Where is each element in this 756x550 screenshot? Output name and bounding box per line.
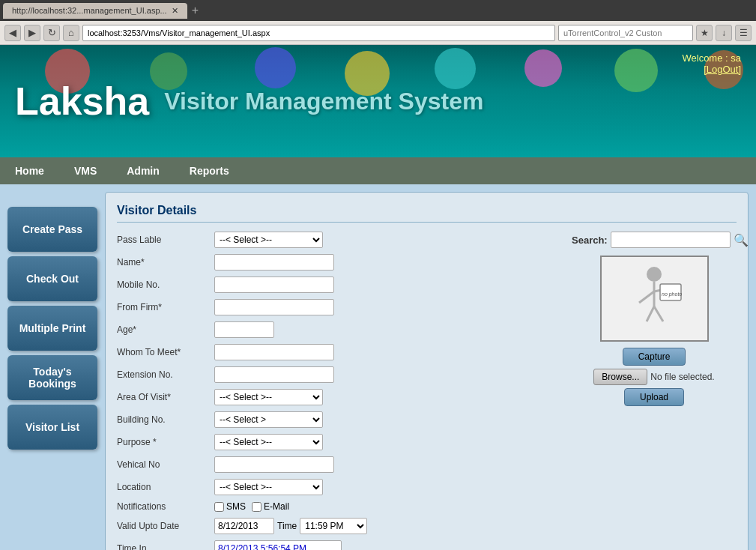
main-content: Create Pass Check Out Multiple Print Tod… bbox=[0, 184, 756, 550]
url-bar[interactable] bbox=[82, 25, 555, 41]
name-input[interactable] bbox=[214, 254, 334, 271]
area-of-visit-select[interactable]: --< Select >-- bbox=[214, 389, 323, 405]
tab-close-icon[interactable]: ✕ bbox=[172, 6, 178, 16]
whom-to-meet-input[interactable] bbox=[214, 344, 334, 360]
bookmark-button[interactable]: ★ bbox=[696, 25, 713, 41]
extension-row: Extension No. bbox=[117, 366, 557, 383]
app-subtitle: Visitor Management System bbox=[164, 88, 483, 115]
extension-label: Extension No. bbox=[117, 369, 214, 380]
vehicle-row: Vehical No bbox=[117, 456, 557, 473]
valid-date-input[interactable] bbox=[214, 518, 274, 534]
building-select[interactable]: --< Select > bbox=[214, 411, 323, 428]
app-header: Laksha Visitor Management System Welcome… bbox=[0, 45, 756, 157]
building-label: Building No. bbox=[117, 414, 214, 425]
nav-home[interactable]: Home bbox=[0, 157, 59, 184]
menu-button[interactable]: ☰ bbox=[735, 25, 752, 41]
form-fields: Pass Lable --< Select >-- Name* Mobile N… bbox=[117, 232, 557, 550]
valid-upto-label: Valid Upto Date bbox=[117, 521, 214, 531]
notifications-label: Notifications bbox=[117, 501, 214, 512]
age-input[interactable] bbox=[214, 321, 274, 338]
area-of-visit-label: Area Of Visit* bbox=[117, 392, 214, 402]
time-in-row: Time In bbox=[117, 540, 557, 550]
browse-button[interactable]: Browse... bbox=[593, 369, 647, 385]
check-out-button[interactable]: Check Out bbox=[7, 256, 97, 301]
browser-toolbar: ◀ ▶ ↻ ⌂ ★ ↓ ☰ bbox=[0, 21, 756, 45]
whom-to-meet-label: Whom To Meet* bbox=[117, 347, 214, 357]
svg-line-5 bbox=[654, 306, 663, 321]
sms-label: SMS bbox=[226, 501, 246, 512]
pass-label-row: Pass Lable --< Select >-- bbox=[117, 232, 557, 248]
building-row: Building No. --< Select > bbox=[117, 411, 557, 428]
search-input[interactable] bbox=[611, 232, 731, 248]
svg-line-2 bbox=[639, 291, 654, 303]
location-label: Location bbox=[117, 482, 214, 492]
tab-title: http://localhost:32...management_UI.asp.… bbox=[12, 6, 167, 15]
multiple-print-button[interactable]: Multiple Print bbox=[7, 306, 97, 351]
extension-input[interactable] bbox=[214, 366, 334, 383]
no-photo-svg: no photo bbox=[624, 265, 684, 333]
user-info: Welcome : sa [LogOut] bbox=[682, 52, 741, 75]
vehicle-label: Vehical No bbox=[117, 459, 214, 470]
purpose-row: Purpose * --< Select >-- bbox=[117, 434, 557, 450]
mobile-row: Mobile No. bbox=[117, 276, 557, 293]
location-select[interactable]: --< Select >-- bbox=[214, 479, 323, 495]
svg-text:no photo: no photo bbox=[662, 291, 682, 297]
sms-checkbox-label[interactable]: SMS bbox=[214, 501, 246, 512]
no-file-text: No file selected. bbox=[650, 372, 714, 382]
download-button[interactable]: ↓ bbox=[716, 25, 732, 41]
create-pass-button[interactable]: Create Pass bbox=[7, 207, 97, 252]
purpose-label: Purpose * bbox=[117, 437, 214, 447]
logout-link[interactable]: [LogOut] bbox=[704, 64, 741, 75]
email-checkbox-label[interactable]: E-Mail bbox=[252, 501, 289, 512]
sidebar: Create Pass Check Out Multiple Print Tod… bbox=[7, 192, 97, 550]
nav-admin[interactable]: Admin bbox=[112, 157, 175, 184]
forward-button[interactable]: ▶ bbox=[24, 25, 40, 41]
from-firm-input[interactable] bbox=[214, 299, 334, 315]
from-firm-row: From Firm* bbox=[117, 299, 557, 315]
time-select[interactable]: 11:59 PM bbox=[300, 518, 367, 534]
mobile-input[interactable] bbox=[214, 276, 334, 293]
form-container: Visitor Details Pass Lable --< Select >-… bbox=[105, 192, 749, 550]
refresh-button[interactable]: ↻ bbox=[43, 25, 60, 41]
age-row: Age* bbox=[117, 321, 557, 338]
svg-point-0 bbox=[647, 267, 662, 282]
time-in-label: Time In bbox=[117, 543, 214, 550]
form-title: Visitor Details bbox=[117, 204, 737, 223]
back-button[interactable]: ◀ bbox=[4, 25, 21, 41]
nav-reports[interactable]: Reports bbox=[175, 157, 244, 184]
email-checkbox[interactable] bbox=[252, 502, 261, 512]
area-of-visit-row: Area Of Visit* --< Select >-- bbox=[117, 389, 557, 405]
search-area: Search: 🔍 bbox=[572, 232, 737, 248]
nav-bar: Home VMS Admin Reports bbox=[0, 157, 756, 184]
browser-titlebar: http://localhost:32...management_UI.asp.… bbox=[0, 0, 756, 21]
upload-button[interactable]: Upload bbox=[624, 388, 684, 406]
no-photo-placeholder: no photo bbox=[602, 257, 707, 340]
todays-bookings-button[interactable]: Today's Bookings bbox=[7, 355, 97, 400]
browse-row: Browse... No file selected. bbox=[572, 369, 737, 385]
mobile-label: Mobile No. bbox=[117, 279, 214, 290]
age-label: Age* bbox=[117, 324, 214, 335]
capture-button[interactable]: Capture bbox=[623, 348, 686, 366]
purpose-select[interactable]: --< Select >-- bbox=[214, 434, 323, 450]
notifications-row: Notifications SMS E-Mail bbox=[117, 501, 557, 512]
time-in-input[interactable] bbox=[214, 540, 342, 550]
new-tab-button[interactable]: + bbox=[187, 4, 203, 17]
pass-label-select[interactable]: --< Select >-- bbox=[214, 232, 323, 248]
name-label: Name* bbox=[117, 257, 214, 268]
welcome-text: Welcome : sa bbox=[682, 52, 741, 64]
browser-tab[interactable]: http://localhost:32...management_UI.asp.… bbox=[3, 3, 187, 19]
search-button[interactable]: 🔍 bbox=[734, 233, 749, 247]
browser-search-bar[interactable] bbox=[558, 25, 693, 41]
vehicle-input[interactable] bbox=[214, 456, 334, 473]
home-button[interactable]: ⌂ bbox=[63, 25, 79, 41]
search-label: Search: bbox=[572, 235, 608, 246]
svg-line-4 bbox=[647, 306, 654, 321]
app-title: Laksha bbox=[15, 79, 149, 124]
whom-to-meet-row: Whom To Meet* bbox=[117, 344, 557, 360]
sms-checkbox[interactable] bbox=[214, 502, 224, 512]
nav-vms[interactable]: VMS bbox=[59, 157, 112, 184]
visitor-list-button[interactable]: Visitor List bbox=[7, 405, 97, 450]
photo-box: no photo bbox=[600, 256, 709, 342]
location-row: Location --< Select >-- bbox=[117, 479, 557, 495]
email-label: E-Mail bbox=[264, 501, 289, 512]
